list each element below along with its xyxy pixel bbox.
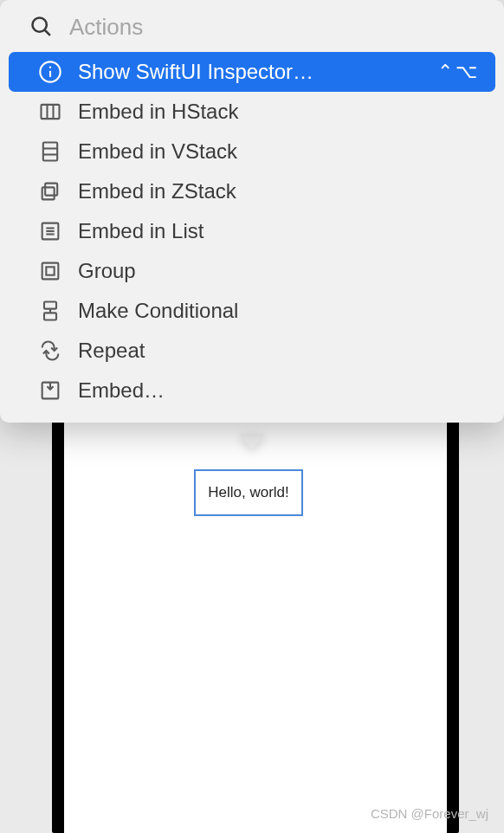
actions-popover: Show SwiftUI Inspector… ⌃⌥ Embed in HSta… — [0, 0, 504, 423]
info-icon — [38, 60, 62, 84]
preview-text: Hello, world! — [208, 484, 289, 501]
svg-point-3 — [49, 67, 51, 68]
menu-item-label: Embed in List — [78, 219, 480, 243]
menu-item-label: Embed in ZStack — [78, 179, 480, 203]
svg-rect-17 — [42, 263, 59, 280]
list-icon — [38, 219, 62, 243]
svg-rect-12 — [42, 187, 55, 199]
menu-item-embed-zstack[interactable]: Embed in ZStack — [9, 171, 495, 211]
menu-item-embed-vstack[interactable]: Embed in VStack — [9, 132, 495, 171]
menu-item-label: Embed in VStack — [78, 139, 480, 164]
menu-item-embed-list[interactable]: Embed in List — [9, 211, 495, 251]
watermark: CSDN @Forever_wj — [371, 806, 488, 821]
conditional-icon — [38, 299, 62, 323]
menu-item-label: Repeat — [78, 339, 480, 363]
svg-point-0 — [33, 18, 47, 32]
search-row — [0, 5, 504, 52]
vstack-icon — [38, 139, 62, 164]
embed-icon — [38, 378, 62, 403]
menu-item-shortcut: ⌃⌥ — [437, 61, 480, 83]
svg-rect-19 — [44, 302, 56, 309]
svg-rect-18 — [46, 267, 54, 274]
menu-item-repeat[interactable]: Repeat — [9, 331, 495, 371]
menu-item-label: Embed… — [78, 378, 480, 403]
menu-item-show-inspector[interactable]: Show SwiftUI Inspector… ⌃⌥ — [9, 52, 495, 92]
selected-view-outline[interactable]: Hello, world! — [194, 469, 303, 516]
search-icon — [29, 15, 54, 39]
menu-item-embed[interactable]: Embed… — [9, 371, 495, 410]
zstack-icon — [38, 179, 62, 203]
group-icon — [38, 259, 62, 283]
svg-rect-5 — [42, 105, 60, 119]
svg-rect-11 — [45, 184, 57, 196]
svg-line-1 — [45, 30, 50, 36]
menu-item-label: Show SwiftUI Inspector… — [78, 60, 422, 84]
popover-anchor-arrow — [239, 434, 265, 451]
svg-rect-20 — [44, 313, 56, 320]
menu-item-label: Group — [78, 259, 480, 283]
menu-item-make-conditional[interactable]: Make Conditional — [9, 291, 495, 331]
menu-item-label: Embed in HStack — [78, 100, 480, 124]
hstack-icon — [38, 100, 62, 124]
menu-item-embed-hstack[interactable]: Embed in HStack — [9, 92, 495, 132]
menu-item-group[interactable]: Group — [9, 251, 495, 291]
search-input[interactable] — [69, 12, 488, 42]
menu-item-label: Make Conditional — [78, 299, 480, 323]
actions-menu: Show SwiftUI Inspector… ⌃⌥ Embed in HSta… — [0, 52, 504, 410]
repeat-icon — [38, 339, 62, 363]
svg-rect-8 — [43, 143, 57, 161]
